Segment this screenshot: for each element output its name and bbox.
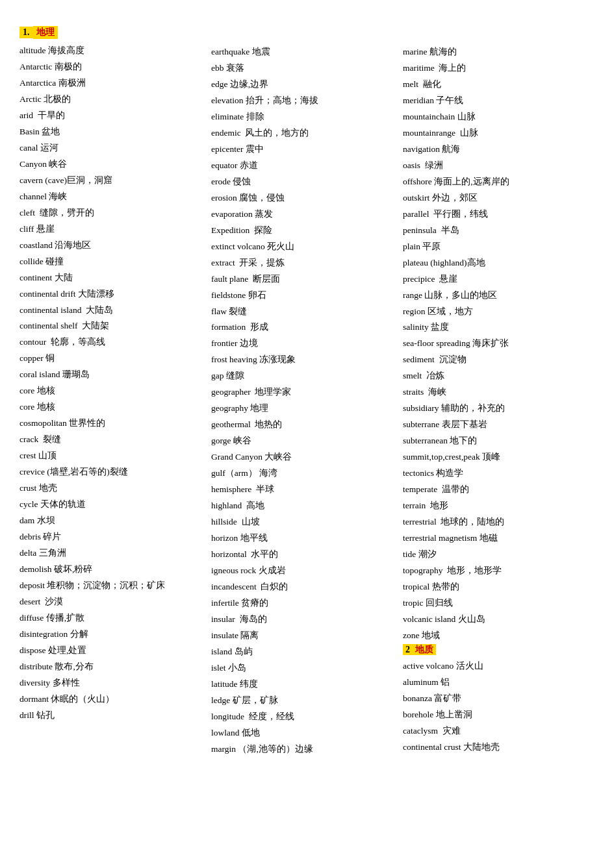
word-en: evaporation [211, 209, 253, 219]
word-en: arid [19, 110, 33, 120]
entry-earthquake: earthquake 地震 [211, 44, 396, 60]
word-zh: 轮廓，等高线 [51, 337, 105, 347]
word-en: peninsula [403, 225, 437, 235]
word-en: earthquake [211, 47, 249, 56]
entry-basin: Basin 盆地 [19, 124, 205, 140]
word-en: diversity [19, 678, 50, 688]
word-zh: 海拔高度 [48, 45, 84, 55]
col3-spacer [403, 26, 588, 44]
entry-active-volcano: active volcano 活火山 [403, 658, 588, 675]
word-en: islet [211, 663, 226, 673]
word-en: dam [19, 515, 34, 525]
word-en: fieldstone [211, 290, 246, 300]
word-zh: 贫瘠的 [241, 598, 268, 608]
word-zh: 外边，郊区 [432, 193, 478, 203]
entry-smelt: smelt 冶炼 [403, 368, 588, 384]
entry-navigation: navigation 航海 [403, 142, 588, 158]
word-en: parallel [403, 209, 429, 219]
entry-outskirt: outskirt 外边，郊区 [403, 190, 588, 206]
entry-continental-shelf: continental shelf 大陆架 [19, 318, 205, 334]
word-en: oasis [403, 160, 420, 170]
word-en: bonanza [403, 693, 432, 703]
word-en: horizon [211, 533, 238, 543]
word-en: epicenter [211, 144, 243, 154]
word-zh: 巨洞，洞窟 [67, 175, 112, 185]
word-zh: 低地 [242, 728, 260, 738]
word-zh: 水坝 [37, 515, 55, 525]
word-en: channel [19, 192, 47, 201]
word-zh: 火成岩 [259, 565, 286, 575]
entry-canyon: Canyon 峡谷 [19, 156, 205, 173]
entry-gorge: gorge 峡谷 [211, 433, 396, 449]
word-zh: 小岛 [228, 663, 246, 673]
entry-hillside: hillside 山坡 [211, 514, 396, 530]
entry-maritime: maritime 海上的 [403, 60, 588, 77]
word-zh: 大陆漂移 [78, 289, 114, 299]
word-en: crest [19, 451, 36, 460]
word-en: crevice [19, 467, 45, 477]
entry-zone: zone 地域 [403, 628, 588, 644]
word-zh: 地磁 [480, 533, 498, 543]
word-en: temperate [403, 484, 437, 494]
word-en: Canyon [19, 159, 47, 169]
word-en: longitude [211, 712, 244, 721]
entry-dormant: dormant 休眠的（火山） [19, 691, 205, 708]
word-en: erosion [211, 193, 237, 203]
word-en: extract [211, 258, 235, 267]
word-en: deposit [19, 580, 45, 590]
entry-terrestrial-magnetism: terrestrial magnetism 地磁 [403, 530, 588, 547]
entry-continental-drift: continental drift 大陆漂移 [19, 286, 205, 303]
entry-geographer: geographer 地理学家 [211, 384, 396, 401]
section1-num: 1. [19, 27, 33, 38]
word-zh: 碰撞 [45, 256, 64, 266]
entry-drill: drill 钻孔 [19, 708, 205, 724]
word-en: continental shelf [19, 321, 78, 330]
word-en: frontier [211, 338, 237, 348]
word-zh: 处理,处置 [48, 645, 86, 655]
entry-elevation: elevation 抬升；高地；海拔 [211, 93, 396, 109]
word-en: Antarctic [19, 62, 52, 71]
entry-sediment: sediment 沉淀物 [403, 352, 588, 368]
word-en: igneous rock [211, 565, 256, 575]
word-zh: 钻孔 [36, 710, 55, 720]
word-en: continental crust [403, 742, 461, 752]
word-zh: 碎片 [43, 532, 61, 541]
word-en: desert [19, 597, 40, 606]
entry-debris: debris 碎片 [19, 529, 205, 545]
entry-hemisphere: hemisphere 半球 [211, 482, 396, 498]
entry-igneous-rock: igneous rock 火成岩 [211, 563, 396, 579]
word-en: equator [211, 160, 237, 170]
word-zh: 破坏,粉碎 [54, 564, 92, 574]
entry-cliff: cliff 悬崖 [19, 221, 205, 238]
entry-formation: formation 形成 [211, 319, 396, 336]
word-en: continental drift [19, 289, 76, 299]
entry-coastland: coastland 沿海地区 [19, 238, 205, 254]
word-zh: 表层下基岩 [442, 419, 487, 429]
entry-latitude: latitude 纬度 [211, 676, 396, 693]
word-en: crust [19, 483, 36, 493]
word-en: navigation [403, 144, 440, 154]
word-zh: 温带的 [442, 484, 469, 494]
entry-topography: topography 地形，地形学 [403, 563, 588, 579]
word-en: melt [403, 79, 418, 89]
word-en: eliminate [211, 112, 244, 121]
entry-incandescent: incandescent 白炽的 [211, 579, 396, 595]
entry-islet: islet 小岛 [211, 660, 396, 676]
word-zh: 火山岛 [458, 614, 485, 624]
word-zh: 沙漠 [45, 597, 63, 606]
column-2: earthquake 地震 ebb 衰落 edge 边缘,边界 elevatio… [211, 26, 403, 758]
word-zh: 缝隙，劈开的 [40, 208, 94, 217]
word-zh: 死火山 [267, 242, 294, 251]
word-en: gorge [211, 436, 231, 445]
word-en: summit,top,crest,peak [403, 452, 480, 462]
word-zh: 衰落 [226, 63, 244, 73]
word-en: core [19, 386, 34, 395]
word-en: dispose [19, 645, 46, 655]
entry-frost-heaving: frost heaving 冻涨现象 [211, 352, 396, 368]
word-zh: 地核 [37, 386, 55, 395]
entry-deposit: deposit 堆积物；沉淀物；沉积；矿床 [19, 578, 205, 594]
column-3: marine 航海的 maritime 海上的 melt 融化 meridian… [403, 26, 595, 756]
word-en: incandescent [211, 582, 257, 591]
word-en: terrestrial [403, 517, 437, 527]
entry-continent: continent 大陆 [19, 270, 205, 286]
